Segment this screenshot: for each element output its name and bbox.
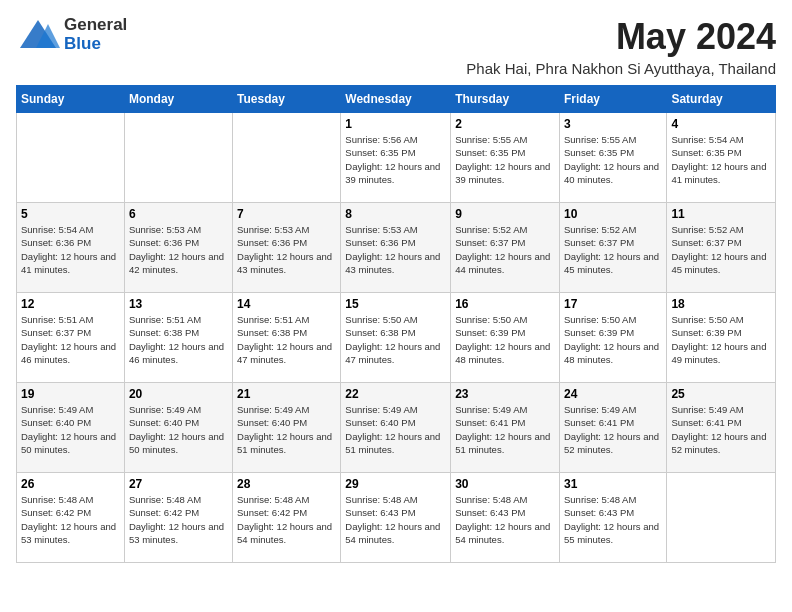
calendar-header-sunday: Sunday [17, 86, 125, 113]
calendar-cell: 29Sunrise: 5:48 AM Sunset: 6:43 PM Dayli… [341, 473, 451, 563]
calendar-cell: 3Sunrise: 5:55 AM Sunset: 6:35 PM Daylig… [559, 113, 666, 203]
calendar-table: SundayMondayTuesdayWednesdayThursdayFrid… [16, 85, 776, 563]
calendar-cell: 10Sunrise: 5:52 AM Sunset: 6:37 PM Dayli… [559, 203, 666, 293]
calendar-cell: 17Sunrise: 5:50 AM Sunset: 6:39 PM Dayli… [559, 293, 666, 383]
day-info: Sunrise: 5:50 AM Sunset: 6:39 PM Dayligh… [671, 313, 771, 366]
day-number: 11 [671, 207, 771, 221]
day-info: Sunrise: 5:49 AM Sunset: 6:41 PM Dayligh… [671, 403, 771, 456]
calendar-cell: 28Sunrise: 5:48 AM Sunset: 6:42 PM Dayli… [233, 473, 341, 563]
day-number: 19 [21, 387, 120, 401]
calendar-cell: 4Sunrise: 5:54 AM Sunset: 6:35 PM Daylig… [667, 113, 776, 203]
day-info: Sunrise: 5:52 AM Sunset: 6:37 PM Dayligh… [671, 223, 771, 276]
day-info: Sunrise: 5:56 AM Sunset: 6:35 PM Dayligh… [345, 133, 446, 186]
calendar-cell [233, 113, 341, 203]
day-info: Sunrise: 5:49 AM Sunset: 6:40 PM Dayligh… [237, 403, 336, 456]
calendar-cell: 8Sunrise: 5:53 AM Sunset: 6:36 PM Daylig… [341, 203, 451, 293]
day-number: 4 [671, 117, 771, 131]
calendar-cell [124, 113, 232, 203]
calendar-cell [667, 473, 776, 563]
day-number: 17 [564, 297, 662, 311]
day-number: 23 [455, 387, 555, 401]
location: Phak Hai, Phra Nakhon Si Ayutthaya, Thai… [466, 60, 776, 77]
calendar-cell: 21Sunrise: 5:49 AM Sunset: 6:40 PM Dayli… [233, 383, 341, 473]
day-number: 1 [345, 117, 446, 131]
day-info: Sunrise: 5:53 AM Sunset: 6:36 PM Dayligh… [237, 223, 336, 276]
calendar-week-5: 26Sunrise: 5:48 AM Sunset: 6:42 PM Dayli… [17, 473, 776, 563]
calendar-header-thursday: Thursday [451, 86, 560, 113]
calendar-cell: 26Sunrise: 5:48 AM Sunset: 6:42 PM Dayli… [17, 473, 125, 563]
day-number: 2 [455, 117, 555, 131]
calendar-cell: 18Sunrise: 5:50 AM Sunset: 6:39 PM Dayli… [667, 293, 776, 383]
calendar-header-monday: Monday [124, 86, 232, 113]
calendar-week-3: 12Sunrise: 5:51 AM Sunset: 6:37 PM Dayli… [17, 293, 776, 383]
calendar-cell: 7Sunrise: 5:53 AM Sunset: 6:36 PM Daylig… [233, 203, 341, 293]
calendar-cell: 15Sunrise: 5:50 AM Sunset: 6:38 PM Dayli… [341, 293, 451, 383]
day-info: Sunrise: 5:48 AM Sunset: 6:42 PM Dayligh… [129, 493, 228, 546]
day-number: 15 [345, 297, 446, 311]
calendar-cell: 23Sunrise: 5:49 AM Sunset: 6:41 PM Dayli… [451, 383, 560, 473]
day-number: 24 [564, 387, 662, 401]
day-info: Sunrise: 5:54 AM Sunset: 6:35 PM Dayligh… [671, 133, 771, 186]
day-info: Sunrise: 5:48 AM Sunset: 6:42 PM Dayligh… [21, 493, 120, 546]
calendar-cell: 5Sunrise: 5:54 AM Sunset: 6:36 PM Daylig… [17, 203, 125, 293]
calendar-cell: 14Sunrise: 5:51 AM Sunset: 6:38 PM Dayli… [233, 293, 341, 383]
logo-general: General [64, 16, 127, 35]
calendar-header-row: SundayMondayTuesdayWednesdayThursdayFrid… [17, 86, 776, 113]
day-number: 5 [21, 207, 120, 221]
calendar-cell: 2Sunrise: 5:55 AM Sunset: 6:35 PM Daylig… [451, 113, 560, 203]
day-number: 28 [237, 477, 336, 491]
calendar-cell: 16Sunrise: 5:50 AM Sunset: 6:39 PM Dayli… [451, 293, 560, 383]
day-info: Sunrise: 5:49 AM Sunset: 6:40 PM Dayligh… [21, 403, 120, 456]
day-info: Sunrise: 5:49 AM Sunset: 6:40 PM Dayligh… [345, 403, 446, 456]
day-info: Sunrise: 5:51 AM Sunset: 6:38 PM Dayligh… [237, 313, 336, 366]
title-section: May 2024 Phak Hai, Phra Nakhon Si Ayutth… [466, 16, 776, 77]
day-number: 21 [237, 387, 336, 401]
day-number: 29 [345, 477, 446, 491]
day-info: Sunrise: 5:55 AM Sunset: 6:35 PM Dayligh… [564, 133, 662, 186]
calendar-cell [17, 113, 125, 203]
day-number: 12 [21, 297, 120, 311]
calendar-cell: 25Sunrise: 5:49 AM Sunset: 6:41 PM Dayli… [667, 383, 776, 473]
calendar-cell: 30Sunrise: 5:48 AM Sunset: 6:43 PM Dayli… [451, 473, 560, 563]
day-number: 7 [237, 207, 336, 221]
day-number: 6 [129, 207, 228, 221]
day-info: Sunrise: 5:49 AM Sunset: 6:41 PM Dayligh… [455, 403, 555, 456]
day-info: Sunrise: 5:52 AM Sunset: 6:37 PM Dayligh… [455, 223, 555, 276]
calendar-cell: 22Sunrise: 5:49 AM Sunset: 6:40 PM Dayli… [341, 383, 451, 473]
day-info: Sunrise: 5:52 AM Sunset: 6:37 PM Dayligh… [564, 223, 662, 276]
calendar-body: 1Sunrise: 5:56 AM Sunset: 6:35 PM Daylig… [17, 113, 776, 563]
day-info: Sunrise: 5:53 AM Sunset: 6:36 PM Dayligh… [129, 223, 228, 276]
day-number: 13 [129, 297, 228, 311]
day-number: 25 [671, 387, 771, 401]
calendar-cell: 9Sunrise: 5:52 AM Sunset: 6:37 PM Daylig… [451, 203, 560, 293]
calendar-cell: 1Sunrise: 5:56 AM Sunset: 6:35 PM Daylig… [341, 113, 451, 203]
calendar-header-friday: Friday [559, 86, 666, 113]
day-number: 22 [345, 387, 446, 401]
day-number: 3 [564, 117, 662, 131]
day-info: Sunrise: 5:55 AM Sunset: 6:35 PM Dayligh… [455, 133, 555, 186]
day-info: Sunrise: 5:53 AM Sunset: 6:36 PM Dayligh… [345, 223, 446, 276]
logo-icon [16, 18, 60, 52]
calendar-header-saturday: Saturday [667, 86, 776, 113]
calendar-header-tuesday: Tuesday [233, 86, 341, 113]
logo-blue: Blue [64, 35, 127, 54]
day-info: Sunrise: 5:51 AM Sunset: 6:37 PM Dayligh… [21, 313, 120, 366]
day-info: Sunrise: 5:49 AM Sunset: 6:40 PM Dayligh… [129, 403, 228, 456]
day-number: 30 [455, 477, 555, 491]
day-info: Sunrise: 5:50 AM Sunset: 6:38 PM Dayligh… [345, 313, 446, 366]
day-info: Sunrise: 5:50 AM Sunset: 6:39 PM Dayligh… [564, 313, 662, 366]
day-number: 20 [129, 387, 228, 401]
day-number: 31 [564, 477, 662, 491]
day-info: Sunrise: 5:54 AM Sunset: 6:36 PM Dayligh… [21, 223, 120, 276]
day-number: 26 [21, 477, 120, 491]
calendar-cell: 27Sunrise: 5:48 AM Sunset: 6:42 PM Dayli… [124, 473, 232, 563]
day-info: Sunrise: 5:50 AM Sunset: 6:39 PM Dayligh… [455, 313, 555, 366]
day-number: 16 [455, 297, 555, 311]
day-info: Sunrise: 5:48 AM Sunset: 6:43 PM Dayligh… [564, 493, 662, 546]
calendar-header-wednesday: Wednesday [341, 86, 451, 113]
month-year: May 2024 [466, 16, 776, 58]
day-number: 18 [671, 297, 771, 311]
calendar-cell: 13Sunrise: 5:51 AM Sunset: 6:38 PM Dayli… [124, 293, 232, 383]
day-number: 10 [564, 207, 662, 221]
calendar-cell: 12Sunrise: 5:51 AM Sunset: 6:37 PM Dayli… [17, 293, 125, 383]
